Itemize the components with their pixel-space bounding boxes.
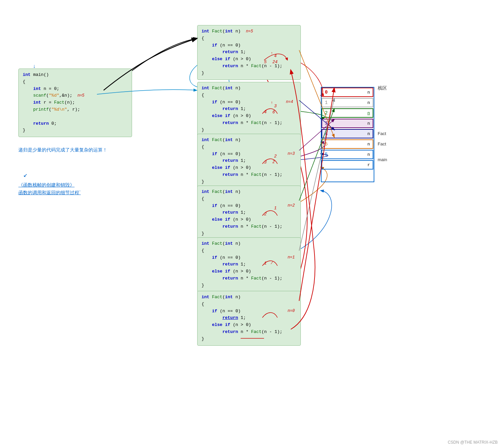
fact4-annotation-2: 2 — [264, 212, 267, 217]
stack-label-fact1: Fact — [378, 131, 386, 136]
link-stack-frame[interactable]: 《函数栈帧的创建和销毁》 — [18, 182, 75, 188]
fact3-annotation-3: 3 — [264, 160, 267, 165]
fact3-annotation-2: 2 — [274, 154, 277, 159]
fact-block-3: int Fact(int n) { n=3if (n == 0) return … — [197, 134, 301, 189]
stack-frame-3: 3 n — [322, 119, 373, 128]
stack-frame-1: 1 n — [322, 98, 373, 107]
fact-block-2: int Fact(int n) { n=4if (n == 0) return … — [197, 82, 301, 137]
fact-block-5: int Fact(int n) { n=1if (n == 0) return … — [197, 237, 301, 292]
fact2-annotation-4: 4 — [264, 110, 267, 115]
fact3-annotation-2b: 2 — [272, 160, 275, 164]
fact2-return-mark: ↑ — [271, 100, 273, 105]
main-code-block: int main() { int n = 0; scanf("%d",&n); … — [18, 69, 132, 137]
down-arrow-icon: ↙ — [23, 171, 27, 179]
stack-frame-7: r — [322, 160, 373, 170]
link-call-return[interactable]: 函数的调用和返回的细节过程` — [18, 190, 81, 196]
fact5-annotation-1: 1 — [264, 261, 267, 266]
stack-label-fact2: Fact — [378, 141, 386, 146]
fact-block-4: int Fact(int n) { n=2if (n == 0) return … — [197, 186, 301, 240]
stack-title: 栈区 — [378, 85, 387, 91]
stack-frame-5: 5 n — [322, 139, 373, 149]
stack-frame-0: 0 n — [322, 88, 373, 97]
recursion-description: 递归是少量的代码完成了大量复杂的运算！ — [18, 147, 107, 153]
watermark: CSDN @THE MATRIX-HZB — [448, 440, 498, 445]
fact1-return-mark: ↑ — [271, 51, 273, 55]
fact2-annotation-3: 3 — [274, 104, 277, 109]
stack-frame-2: 2 n — [322, 108, 373, 118]
fact2-annotation-6: 6 — [272, 110, 275, 115]
stack-frame-4: 4 n — [322, 129, 373, 138]
fact5-annotation-1b: / — [271, 261, 273, 265]
stack-frame-6: 5 n — [322, 150, 373, 159]
fact-block-1: int Fact(int n) n=5 { if (n == 0) return… — [197, 25, 301, 80]
fact4-annotation-1: 1 — [274, 206, 277, 211]
main-down-arrow: ↓ — [33, 64, 36, 70]
stack-label-main: main — [378, 157, 387, 162]
fact-block-6: int Fact(int n) { n=0if (n == 0) return … — [197, 291, 301, 346]
fact1-annotation-5: 5 — [264, 60, 267, 65]
fact1-annotation-24: 24 — [272, 60, 278, 65]
fact1-annotation-4: 4 — [274, 53, 277, 59]
